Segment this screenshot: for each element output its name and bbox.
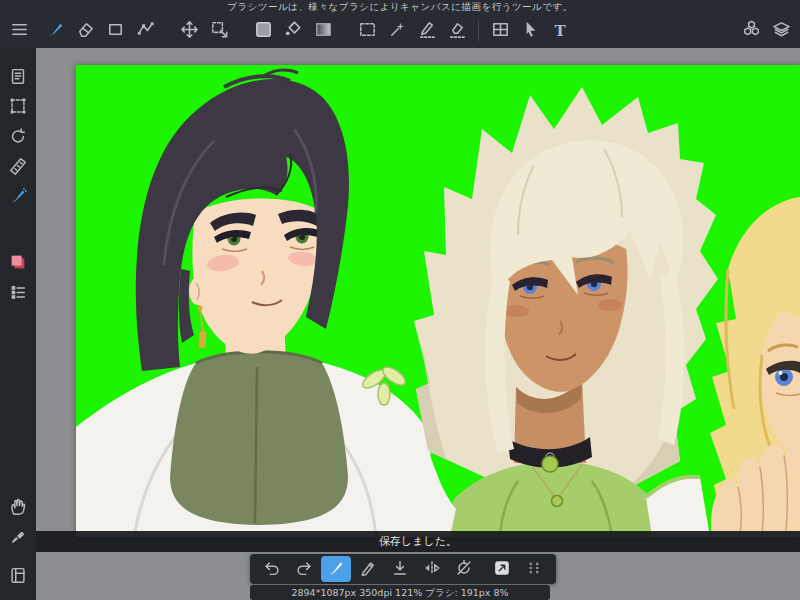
brush-icon xyxy=(326,558,346,581)
gradient-icon xyxy=(313,19,334,43)
pages-panel-button[interactable] xyxy=(4,63,32,91)
polyline-icon xyxy=(135,19,156,43)
drag-dots-icon xyxy=(524,558,544,581)
material-panel-button[interactable] xyxy=(736,16,766,46)
flip-view-button[interactable] xyxy=(417,556,447,582)
panel-grid-icon xyxy=(490,19,511,43)
hand-icon xyxy=(8,497,28,520)
select-area-icon xyxy=(8,96,28,119)
airbrush-icon xyxy=(8,186,28,209)
left-sidebar xyxy=(0,48,36,600)
select-pen-button[interactable] xyxy=(412,16,442,46)
select-eraser-button[interactable] xyxy=(442,16,472,46)
reset-rotation-button[interactable] xyxy=(449,556,479,582)
no-rotate-icon xyxy=(454,558,474,581)
marquee-select-icon xyxy=(357,19,378,43)
select-pen-icon xyxy=(417,19,438,43)
color-swatch-icon xyxy=(253,19,274,43)
canvas-status-bar: 2894*1087px 350dpi 121% ブラシ: 191px 8% xyxy=(250,585,550,600)
menu-button[interactable] xyxy=(4,16,34,46)
canvas-artwork xyxy=(76,65,800,537)
select-rectangle-button[interactable] xyxy=(352,16,382,46)
export-button[interactable] xyxy=(487,556,517,582)
transform-tool-button[interactable] xyxy=(204,16,234,46)
save-toast: 保存しました。 xyxy=(36,531,800,552)
top-toolbar: ブラシツールは、様々なブラシによりキャンバスに描画を行うツールです。 T xyxy=(0,0,800,48)
current-color-swatch[interactable] xyxy=(248,16,278,46)
workspace: 保存しました。 2894*1087px 350dpi 121% ブラシ: 191… xyxy=(36,48,800,600)
ruler-icon xyxy=(8,156,28,179)
stylus-pen-icon xyxy=(358,558,378,581)
fill-bucket-button[interactable] xyxy=(278,16,308,46)
layer-list-button[interactable] xyxy=(4,279,32,307)
text-tool-button[interactable]: T xyxy=(545,16,575,46)
layers-icon xyxy=(771,19,792,43)
transform-icon xyxy=(209,19,230,43)
tool-description-text: ブラシツールは、様々なブラシによりキャンバスに描画を行うツールです。 xyxy=(0,0,800,14)
undo-button[interactable] xyxy=(257,556,287,582)
toolbar-drag-handle[interactable] xyxy=(519,556,549,582)
select-area-button[interactable] xyxy=(4,93,32,121)
move-tool-button[interactable] xyxy=(174,16,204,46)
bottom-toolbar xyxy=(250,554,556,584)
drawing-canvas[interactable] xyxy=(76,65,800,537)
panel-document-icon xyxy=(8,565,28,588)
undo-icon xyxy=(262,558,282,581)
operation-tool-button[interactable] xyxy=(515,16,545,46)
panel-divide-button[interactable] xyxy=(485,16,515,46)
rectangle-icon xyxy=(105,19,126,43)
toolbar-divider xyxy=(478,21,479,41)
redo-button[interactable] xyxy=(289,556,319,582)
download-save-icon xyxy=(390,558,410,581)
magic-wand-button[interactable] xyxy=(382,16,412,46)
airbrush-tool-button[interactable] xyxy=(4,183,32,211)
select-eraser-icon xyxy=(447,19,468,43)
eraser-icon xyxy=(75,19,96,43)
magic-wand-icon xyxy=(387,19,408,43)
text-tool-icon: T xyxy=(554,22,565,40)
save-button[interactable] xyxy=(385,556,415,582)
tool-row: T xyxy=(0,14,800,48)
stylus-button[interactable] xyxy=(353,556,383,582)
ruler-button[interactable] xyxy=(4,153,32,181)
material-cubes-icon xyxy=(741,19,762,43)
eraser-tool-button[interactable] xyxy=(70,16,100,46)
export-window-icon xyxy=(492,558,512,581)
layers-panel-button[interactable] xyxy=(766,16,796,46)
eyedropper-button[interactable] xyxy=(4,524,32,552)
layer-list-icon xyxy=(8,282,28,305)
shape-tool-button[interactable] xyxy=(100,16,130,46)
eyedropper-icon xyxy=(8,527,28,550)
palette-swatches-icon xyxy=(8,252,28,275)
polyline-tool-button[interactable] xyxy=(130,16,160,46)
brush-quick-button[interactable] xyxy=(321,556,351,582)
paint-bucket-icon xyxy=(283,19,304,43)
sub-panel-button[interactable] xyxy=(4,562,32,590)
color-palette-button[interactable] xyxy=(4,249,32,277)
rotate-reset-icon xyxy=(8,126,28,149)
document-icon xyxy=(8,66,28,89)
redo-icon xyxy=(294,558,314,581)
flip-horizontal-icon xyxy=(422,558,442,581)
cursor-arrow-icon xyxy=(520,19,541,43)
reset-view-button[interactable] xyxy=(4,123,32,151)
hamburger-menu-icon xyxy=(9,19,30,43)
brush-icon xyxy=(45,19,66,43)
brush-tool-button[interactable] xyxy=(40,16,70,46)
hand-tool-button[interactable] xyxy=(4,494,32,522)
gradient-tool-button[interactable] xyxy=(308,16,338,46)
move-arrows-icon xyxy=(179,19,200,43)
